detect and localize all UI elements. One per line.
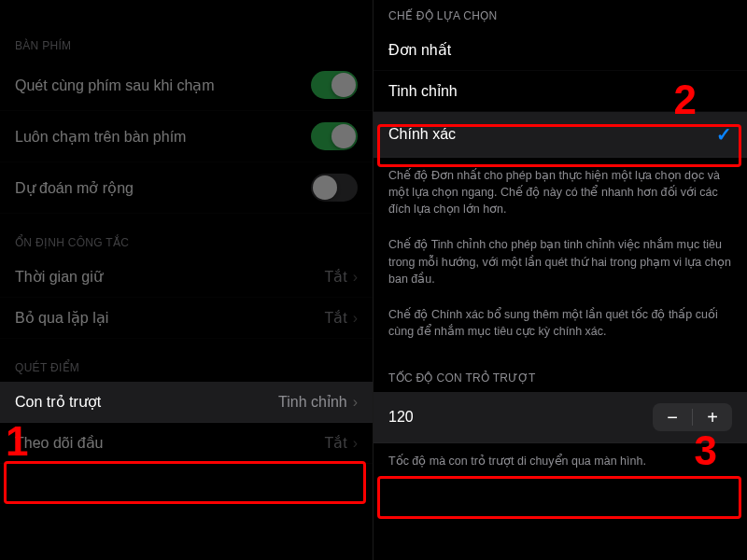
extended-predict-toggle[interactable]: [311, 174, 358, 202]
mode-desc-2: Chế độ Tinh chỉnh cho phép bạn tinh chỉn…: [374, 227, 747, 296]
keyboard-section-header: BÀN PHÍM: [0, 17, 373, 60]
mode-desc-3: Chế độ Chính xác bổ sung thêm một lần qu…: [374, 297, 747, 349]
mode-single-label: Đơn nhất: [388, 41, 451, 59]
scan-after-tap-row[interactable]: Quét cùng phím sau khi chạm: [0, 60, 373, 111]
cursor-speed-stepper: − +: [653, 403, 732, 431]
cursor-speed-row: 120 − +: [374, 392, 747, 443]
switch-stab-header: ỔN ĐỊNH CÔNG TẮC: [0, 214, 373, 257]
always-tap-row[interactable]: Luôn chạm trên bàn phím: [0, 111, 373, 162]
gliding-cursor-label: Con trỏ trượt: [15, 393, 101, 411]
stepper-plus-button[interactable]: +: [693, 403, 732, 431]
extended-predict-row[interactable]: Dự đoán mở rộng: [0, 162, 373, 214]
cursor-speed-header: TỐC ĐỘ CON TRỎ TRƯỢT: [374, 349, 747, 392]
selection-mode-header: CHẾ ĐỘ LỰA CHỌN: [374, 0, 747, 30]
hold-duration-value: Tắt: [324, 268, 346, 286]
always-tap-label: Luôn chạm trên bàn phím: [15, 128, 186, 146]
gliding-cursor-row[interactable]: Con trỏ trượt Tinh chỉnh ›: [0, 382, 373, 423]
cursor-speed-footer: Tốc độ mà con trỏ trượt di chuyển qua mà…: [374, 443, 747, 479]
mode-precise-label: Chính xác: [388, 126, 456, 143]
mode-precise-row[interactable]: Chính xác ✓: [374, 112, 747, 158]
head-tracking-value: Tắt: [324, 434, 346, 452]
highlight-3: [377, 476, 741, 519]
point-scan-header: QUÉT ĐIỂM: [0, 339, 373, 382]
gliding-cursor-value: Tinh chỉnh: [278, 393, 347, 411]
right-settings-panel: CHẾ ĐỘ LỰA CHỌN Đơn nhất Tinh chỉnh Chín…: [374, 0, 747, 560]
checkmark-icon: ✓: [716, 123, 732, 146]
head-tracking-label: Theo dõi đầu: [15, 434, 104, 452]
head-tracking-row[interactable]: Theo dõi đầu Tắt ›: [0, 423, 373, 464]
mode-desc-1: Chế độ Đơn nhất cho phép bạn thực hiện m…: [374, 158, 747, 227]
mode-refined-label: Tinh chỉnh: [388, 82, 458, 100]
chevron-right-icon: ›: [353, 435, 358, 452]
ignore-repeat-row[interactable]: Bỏ qua lặp lại Tắt ›: [0, 298, 373, 339]
scan-after-tap-toggle[interactable]: [311, 71, 358, 99]
hold-duration-row[interactable]: Thời gian giữ Tắt ›: [0, 257, 373, 298]
chevron-right-icon: ›: [353, 269, 358, 286]
stepper-minus-button[interactable]: −: [653, 403, 692, 431]
scan-after-tap-label: Quét cùng phím sau khi chạm: [15, 77, 215, 94]
ignore-repeat-label: Bỏ qua lặp lại: [15, 309, 108, 327]
highlight-1: [4, 461, 366, 504]
hold-duration-label: Thời gian giữ: [15, 268, 103, 286]
mode-refined-row[interactable]: Tinh chỉnh: [374, 71, 747, 112]
always-tap-toggle[interactable]: [311, 122, 358, 150]
mode-single-row[interactable]: Đơn nhất: [374, 30, 747, 71]
left-settings-panel: BÀN PHÍM Quét cùng phím sau khi chạm Luô…: [0, 0, 374, 560]
chevron-right-icon: ›: [353, 394, 358, 411]
extended-predict-label: Dự đoán mở rộng: [15, 179, 134, 197]
ignore-repeat-value: Tắt: [324, 309, 346, 327]
cursor-speed-value: 120: [388, 409, 414, 426]
chevron-right-icon: ›: [353, 310, 358, 327]
